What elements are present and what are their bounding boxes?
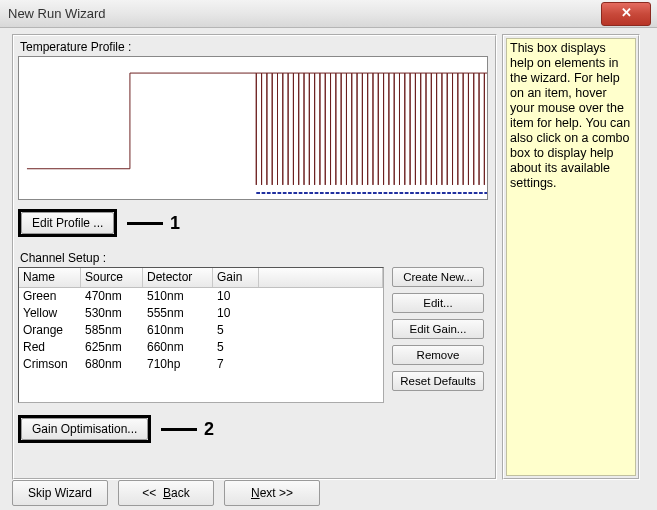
edit-gain-button[interactable]: Edit Gain... [392,319,484,339]
back-button[interactable]: << Back [118,480,214,506]
next-button[interactable]: Next >> [224,480,320,506]
cell-detector: 510nm [143,288,213,305]
table-row[interactable]: Crimson680nm710hp7 [19,356,383,373]
col-header-source[interactable]: Source [81,268,143,287]
temperature-profile-label: Temperature Profile : [20,40,491,54]
cell-gain: 10 [213,288,259,305]
cell-gain: 10 [213,305,259,322]
cell-name: Orange [19,322,81,339]
channel-table-header: Name Source Detector Gain [19,268,383,288]
table-row[interactable]: Yellow530nm555nm10 [19,305,383,322]
cell-name: Yellow [19,305,81,322]
col-header-detector[interactable]: Detector [143,268,213,287]
col-header-name[interactable]: Name [19,268,81,287]
annotation-1: 1 [127,213,180,234]
cell-source: 585nm [81,322,143,339]
cell-detector: 610nm [143,322,213,339]
edit-channel-button[interactable]: Edit... [392,293,484,313]
channel-table[interactable]: Name Source Detector Gain Green470nm510n… [18,267,384,403]
close-button[interactable]: ✕ [601,2,651,26]
temperature-profile-chart [18,56,488,200]
channel-setup-label: Channel Setup : [20,251,491,265]
cell-gain: 7 [213,356,259,373]
client-area: Temperature Profile : Edit Profile ... 1… [0,28,657,510]
wizard-nav: Skip Wizard << Back Next >> [12,480,638,506]
table-row[interactable]: Red625nm660nm5 [19,339,383,356]
cell-detector: 555nm [143,305,213,322]
table-row[interactable]: Orange585nm610nm5 [19,322,383,339]
cell-detector: 660nm [143,339,213,356]
create-new-button[interactable]: Create New... [392,267,484,287]
edit-profile-highlight: Edit Profile ... [18,209,117,237]
cell-detector: 710hp [143,356,213,373]
cell-source: 680nm [81,356,143,373]
cell-source: 625nm [81,339,143,356]
svg-rect-0 [19,57,487,199]
gain-optimisation-button[interactable]: Gain Optimisation... [21,418,148,440]
channel-side-buttons: Create New... Edit... Edit Gain... Remov… [392,267,484,391]
cell-gain: 5 [213,322,259,339]
reset-defaults-button[interactable]: Reset Defaults [392,371,484,391]
titlebar: New Run Wizard ✕ [0,0,657,28]
cell-source: 530nm [81,305,143,322]
cell-name: Red [19,339,81,356]
table-row[interactable]: Green470nm510nm10 [19,288,383,305]
edit-profile-button[interactable]: Edit Profile ... [21,212,114,234]
cell-name: Crimson [19,356,81,373]
remove-button[interactable]: Remove [392,345,484,365]
help-text: This box displays help on elements in th… [506,38,636,476]
help-panel: This box displays help on elements in th… [502,34,640,480]
cell-gain: 5 [213,339,259,356]
close-icon: ✕ [621,5,632,20]
window-title: New Run Wizard [8,6,106,21]
annotation-2: 2 [161,419,214,440]
col-header-gain[interactable]: Gain [213,268,259,287]
gain-optimisation-highlight: Gain Optimisation... [18,415,151,443]
main-panel: Temperature Profile : Edit Profile ... 1… [12,34,497,480]
cell-source: 470nm [81,288,143,305]
cell-name: Green [19,288,81,305]
skip-wizard-button[interactable]: Skip Wizard [12,480,108,506]
